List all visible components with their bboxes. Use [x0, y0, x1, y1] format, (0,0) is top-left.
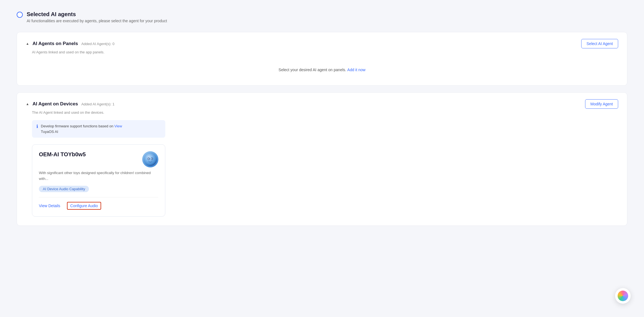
- devices-section-desc: The AI Agent linked and used on the devi…: [17, 109, 627, 115]
- panels-section-desc: AI Agents linked and used on the app pan…: [17, 48, 627, 54]
- info-view-link[interactable]: View: [114, 124, 122, 128]
- page-header: Selected AI agents AI functionalities ar…: [17, 11, 627, 23]
- page-title: Selected AI agents: [27, 11, 167, 18]
- panels-section-header: ▲ AI Agents on Panels Added AI Agent(s):…: [17, 32, 627, 48]
- status-circle-icon: [17, 12, 23, 18]
- ai-orb-gradient: [618, 291, 628, 301]
- svg-point-5: [149, 158, 149, 159]
- panels-section-title: AI Agents on Panels: [33, 41, 78, 46]
- panels-chevron-icon: ▲: [26, 42, 29, 46]
- panels-header-left: ▲ AI Agents on Panels Added AI Agent(s):…: [26, 41, 114, 46]
- info-text-part2: TuyaOS AI: [41, 130, 58, 134]
- devices-header-left: ▲ AI Agent on Devices Added AI Agent(s):…: [26, 101, 114, 107]
- info-banner: ℹ Develop firmware support functions bas…: [32, 120, 165, 138]
- agent-actions: View Details Configure Audio: [39, 197, 158, 210]
- ai-assistant-orb[interactable]: [615, 288, 631, 304]
- select-ai-agent-button[interactable]: Select AI Agent: [581, 39, 618, 48]
- agent-card: OEM-AI TOYb0w5: [32, 144, 165, 217]
- agent-name: OEM-AI TOYb0w5: [39, 151, 86, 158]
- page-subtitle: AI functionalities are executed by agent…: [27, 19, 167, 23]
- info-banner-text: Develop firmware support functions based…: [41, 123, 122, 134]
- agent-description: With significant other toys designed spe…: [39, 170, 158, 182]
- devices-section-card: ▲ AI Agent on Devices Added AI Agent(s):…: [17, 92, 627, 226]
- panels-empty-state: Select your desired AI agent on panels. …: [17, 54, 627, 85]
- modify-agent-button[interactable]: Modify Agent: [585, 99, 618, 109]
- agent-card-top: OEM-AI TOYb0w5: [39, 151, 158, 167]
- devices-section-title: AI Agent on Devices: [33, 101, 78, 107]
- devices-section-header: ▲ AI Agent on Devices Added AI Agent(s):…: [17, 93, 627, 109]
- empty-state-text: Select your desired AI agent on panels.: [279, 68, 346, 72]
- view-details-link[interactable]: View Details: [39, 204, 60, 208]
- capability-tag: AI Device Audio Capability: [39, 186, 89, 192]
- svg-point-6: [152, 158, 153, 159]
- svg-point-0: [144, 153, 157, 166]
- configure-audio-link[interactable]: Configure Audio: [67, 202, 101, 210]
- devices-section-body: ℹ Develop firmware support functions bas…: [17, 115, 627, 226]
- avatar: [142, 151, 158, 167]
- devices-badge: Added AI Agent(s): 1: [81, 102, 114, 106]
- devices-chevron-icon: ▲: [26, 102, 29, 106]
- avatar-image: [142, 151, 158, 167]
- info-text-part1: Develop firmware support functions based…: [41, 124, 113, 128]
- header-text: Selected AI agents AI functionalities ar…: [27, 11, 167, 23]
- panels-badge: Added AI Agent(s): 0: [81, 42, 114, 46]
- panels-section-card: ▲ AI Agents on Panels Added AI Agent(s):…: [17, 32, 627, 86]
- info-icon: ℹ: [36, 124, 38, 129]
- agent-avatar-svg: [144, 153, 157, 166]
- add-it-now-link[interactable]: Add it now: [347, 68, 365, 72]
